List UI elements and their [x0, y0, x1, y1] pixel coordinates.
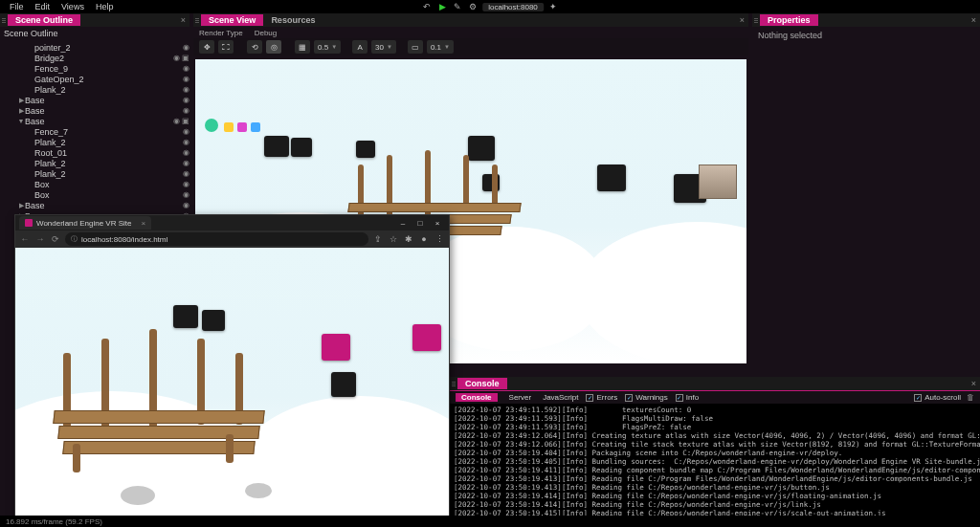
extensions-icon[interactable]: ✱ — [403, 234, 414, 244]
url-input[interactable]: ⓘ localhost:8080/index.html — [65, 232, 368, 246]
tab-resources[interactable]: Resources — [263, 14, 323, 26]
play-icon[interactable]: ▶ — [436, 1, 448, 12]
browser-tab[interactable]: Wonderland Engine VR Site × — [19, 216, 151, 230]
rotate-snap-value[interactable]: 30▼ — [371, 40, 396, 54]
menu-file[interactable]: File — [4, 2, 30, 11]
trash-icon[interactable]: 🗑 — [967, 393, 974, 402]
console-filters: Console Server JavaScript ✓Errors ✓Warni… — [450, 390, 980, 404]
browser-titlebar[interactable]: Wonderland Engine VR Site × – □ × — [15, 215, 449, 231]
move-snap-value[interactable]: 0.5▼ — [314, 40, 341, 54]
tree-row[interactable]: Plank_2◉ — [0, 158, 189, 168]
scene-toolbar: ✥ ⛶ ⟲ ◎ ▦ 0.5▼ A 30▼ ▭ 0.1▼ — [193, 38, 748, 55]
statusbar: 16.892 ms/frame (59.2 FPS) — [0, 516, 980, 527]
tree-row[interactable]: Root_01◉ — [0, 147, 189, 158]
move-tool-icon[interactable]: ✥ — [199, 40, 214, 54]
maximize-icon[interactable]: □ — [412, 217, 428, 229]
menubar: File Edit Views Help ↶ ▶ ✎ ⚙ localhost:8… — [0, 0, 980, 13]
filter-info[interactable]: ✓Info — [676, 393, 699, 402]
tree-row[interactable]: Plank_2◉ — [0, 137, 189, 147]
window-close-icon[interactable]: × — [430, 217, 445, 229]
console-log[interactable]: [2022-10-07 23:49:11.592][Info] textures… — [450, 404, 980, 527]
tab-properties[interactable]: Properties — [760, 14, 818, 26]
fps-label: 16.892 ms/frame (59.2 FPS) — [6, 517, 102, 526]
cube-icon: ◉ — [183, 85, 189, 94]
cube-icon: ◉ — [183, 180, 189, 188]
tree-row[interactable]: pointer_2◉ — [0, 42, 189, 53]
expand-tool-icon[interactable]: ⛶ — [218, 40, 234, 54]
close-icon[interactable]: × — [736, 15, 748, 25]
profile-icon[interactable]: ● — [418, 234, 430, 244]
pos-icon: ▣ — [182, 117, 189, 125]
cube-icon: ◉ — [183, 64, 189, 73]
forward-icon[interactable]: → — [34, 234, 46, 244]
scale-snap-icon[interactable]: ▭ — [408, 40, 423, 54]
subtab-server[interactable]: Server — [509, 393, 532, 402]
subtab-javascript[interactable]: JavaScript — [543, 393, 578, 402]
outline-tree[interactable]: pointer_2◉Bridge2◉▣Fence_9◉GateOpen_2◉Pl… — [0, 40, 189, 223]
properties-panel: Properties × Nothing selected — [752, 13, 980, 377]
cube-icon: ◉ — [183, 43, 189, 52]
cube-icon: ◉ — [173, 117, 180, 125]
tree-row[interactable]: Fence_9◉ — [0, 63, 189, 74]
settings-icon[interactable]: ✦ — [547, 1, 559, 12]
globe-icon[interactable]: ⚙ — [467, 1, 479, 12]
subtab-console[interactable]: Console — [456, 393, 498, 402]
share-icon[interactable]: ⇪ — [372, 234, 384, 244]
tree-row[interactable]: Bridge2◉▣ — [0, 53, 189, 63]
host-label: localhost:8080 — [482, 3, 544, 11]
subtab-rendertype[interactable]: Render Type — [199, 29, 243, 37]
tab-close-icon[interactable]: × — [141, 219, 145, 228]
tree-row[interactable]: ▶Base◉ — [0, 200, 189, 210]
tree-row[interactable]: ▼Base◉▣ — [0, 116, 189, 126]
cube-icon: ◉ — [183, 148, 189, 157]
pos-icon: ▣ — [182, 54, 189, 62]
cube-icon: ◉ — [183, 127, 189, 136]
tree-row[interactable]: GateOpen_2◉ — [0, 74, 189, 84]
menu-edit[interactable]: Edit — [30, 2, 56, 11]
console-panel: Console × Console Server JavaScript ✓Err… — [450, 377, 980, 518]
rotate-tool-icon[interactable]: ⟲ — [247, 40, 262, 54]
menu-views[interactable]: Views — [56, 2, 90, 11]
filter-errors[interactable]: ✓Errors — [586, 393, 617, 402]
tree-row[interactable]: Plank_2◉ — [0, 168, 189, 179]
edit-icon[interactable]: ✎ — [452, 1, 463, 12]
minimize-icon[interactable]: – — [395, 217, 411, 229]
scale-snap-value[interactable]: 0.1▼ — [427, 40, 454, 54]
filter-warnings[interactable]: ✓Warnings — [625, 393, 668, 402]
cube-icon: ◉ — [173, 54, 180, 62]
close-icon[interactable]: × — [968, 15, 980, 25]
browser-addressbar: ← → ⟳ ⓘ localhost:8080/index.html ⇪ ☆ ✱ … — [15, 231, 449, 248]
toggle-autoscroll[interactable]: ✓Auto-scroll — [914, 393, 961, 402]
tab-console[interactable]: Console — [457, 378, 507, 389]
tree-row[interactable]: Box◉ — [0, 179, 189, 189]
cube-icon: ◉ — [183, 75, 189, 83]
close-icon[interactable]: × — [177, 15, 189, 25]
orbit-tool-icon[interactable]: ◎ — [266, 40, 281, 54]
tab-scene-view[interactable]: Scene View — [201, 14, 263, 26]
scene-subtabs: Render Type Debug — [193, 27, 748, 38]
cube-icon: ◉ — [183, 106, 189, 115]
cube-icon: ◉ — [183, 96, 189, 104]
undo-icon[interactable]: ↶ — [421, 1, 433, 12]
tree-row[interactable]: Plank_2◉ — [0, 84, 189, 95]
rotate-snap-icon[interactable]: A — [352, 40, 368, 54]
tree-row[interactable]: Box◉ — [0, 189, 189, 200]
browser-tab-title: Wonderland Engine VR Site — [36, 219, 131, 228]
close-icon[interactable]: × — [968, 379, 980, 388]
browser-window: Wonderland Engine VR Site × – □ × ← → ⟳ … — [14, 214, 450, 518]
tab-scene-outline[interactable]: Scene Outline — [8, 14, 80, 26]
browser-viewport[interactable] — [15, 248, 449, 519]
grid-icon[interactable]: ▦ — [295, 40, 310, 54]
lock-icon: ⓘ — [71, 234, 78, 244]
outline-title: Scene Outline — [0, 27, 189, 40]
back-icon[interactable]: ← — [19, 234, 31, 244]
tree-row[interactable]: Fence_7◉ — [0, 126, 189, 137]
favicon-icon — [25, 219, 33, 227]
tree-row[interactable]: ▶Base◉ — [0, 95, 189, 105]
subtab-debug[interactable]: Debug — [255, 29, 278, 37]
menu-help[interactable]: Help — [90, 2, 120, 11]
tree-row[interactable]: ▶Base◉ — [0, 105, 189, 116]
reload-icon[interactable]: ⟳ — [50, 234, 61, 244]
star-icon[interactable]: ☆ — [388, 234, 399, 244]
menu-icon[interactable]: ⋮ — [434, 234, 445, 244]
